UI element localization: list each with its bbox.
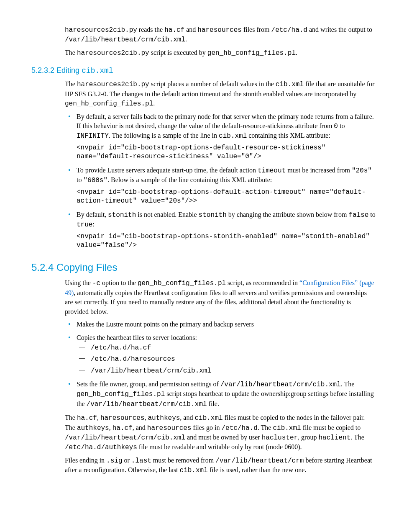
code-text: ha.cf bbox=[164, 26, 184, 34]
code-text: false bbox=[348, 211, 368, 219]
code-text: -c bbox=[92, 280, 100, 287]
code-text: haresources bbox=[197, 26, 242, 34]
code-text: haclient bbox=[318, 434, 350, 442]
code-text: /var/lib/heartbeat/crm/cib.xml bbox=[65, 36, 185, 44]
heading-524: 5.2.4 Copying Files bbox=[31, 260, 376, 275]
list-item: By default, stonith is not enabled. Enab… bbox=[65, 210, 376, 250]
section-524-paragraph-1: Using the -c option to the gen_hb_config… bbox=[65, 278, 376, 316]
code-text: "600s" bbox=[83, 177, 107, 184]
list-item: To provide Lustre servers adequate start… bbox=[65, 166, 376, 206]
code-text: haresources2cib.py bbox=[77, 49, 149, 57]
code-text: gen_hb_config_files.pl bbox=[207, 49, 296, 57]
section-524-paragraph-2: The ha.cf, haresources, authkeys, and ci… bbox=[65, 413, 376, 452]
code-text: ha.cf bbox=[77, 414, 97, 422]
code-text: cib.xml bbox=[180, 467, 208, 474]
code-text: gen_hb_config_files.pl bbox=[65, 100, 153, 108]
code-text: /var/lib/heartbeat/crm/cib.xml bbox=[65, 434, 185, 442]
code-block: <nvpair id="cib-bootstrap-options-defaul… bbox=[77, 188, 376, 206]
code-text: /var/lib/heartbeat/crm bbox=[215, 457, 304, 465]
code-text: .sig bbox=[106, 457, 122, 465]
bullet-list-5232: By default, a server fails back to the p… bbox=[65, 112, 376, 250]
bullet-list-524: Makes the Lustre mount points on the pri… bbox=[65, 320, 376, 409]
code-text: cib.xml bbox=[276, 81, 304, 88]
code-text: hacluster bbox=[262, 434, 298, 442]
code-text: /var/lib/heartbeat/crm/cib.xml bbox=[87, 401, 207, 408]
code-text: gen_hb_config_files.pl bbox=[77, 391, 165, 398]
code-text: stonith bbox=[199, 211, 227, 219]
code-text: haresources2cib.py bbox=[77, 81, 149, 88]
code-text: /etc/ha.d/haresources bbox=[91, 355, 175, 363]
code-text: /etc/ha.d bbox=[271, 26, 307, 34]
code-text: cib.xml bbox=[194, 414, 223, 422]
code-text: /etc/ha.d bbox=[221, 424, 257, 432]
code-text: haresources2cib.py bbox=[65, 26, 137, 34]
intro-paragraph-1: haresources2cib.py reads the ha.cf and h… bbox=[65, 25, 376, 45]
code-block: <nvpair id="cib-bootstrap-options-stonit… bbox=[77, 232, 376, 250]
dash-list: /etc/ha.d/ha.cf /etc/ha.d/haresources /v… bbox=[77, 343, 376, 375]
code-text: /etc/ha.d/ha.cf bbox=[91, 344, 151, 352]
code-text: true bbox=[77, 221, 92, 229]
list-item: By default, a server fails back to the p… bbox=[65, 112, 376, 162]
code-text: 0 bbox=[334, 123, 338, 130]
code-text: .last bbox=[131, 457, 151, 465]
code-text: cib.xml bbox=[82, 67, 113, 75]
list-item: /etc/ha.d/ha.cf bbox=[77, 343, 376, 352]
list-item: Makes the Lustre mount points on the pri… bbox=[65, 320, 376, 329]
section-524-paragraph-3: Files ending in .sig or .last must be re… bbox=[65, 456, 376, 475]
section-5232-paragraph: The haresources2cib.py script places a n… bbox=[65, 80, 376, 108]
page-content: haresources2cib.py reads the ha.cf and h… bbox=[65, 25, 376, 475]
code-text: authkeys bbox=[77, 424, 109, 432]
list-item: /etc/ha.d/haresources bbox=[77, 354, 376, 364]
code-text: haresources bbox=[100, 414, 145, 422]
code-text: gen_hb_config_files.pl bbox=[138, 280, 226, 287]
list-item: Sets the file owner, group, and permissi… bbox=[65, 380, 376, 409]
code-text: stonith bbox=[108, 211, 136, 219]
code-text: /etc/ha.d/authkeys bbox=[65, 444, 137, 451]
code-text: /var/lib/heartbeat/crm/cib.xml bbox=[91, 367, 211, 375]
code-text: haresources bbox=[147, 424, 192, 432]
list-item: /var/lib/heartbeat/crm/cib.xml bbox=[77, 366, 376, 375]
code-text: "20s" bbox=[352, 167, 372, 175]
heading-5232: 5.2.3.2 Editing cib.xml bbox=[31, 65, 376, 76]
code-text: timeout bbox=[258, 167, 286, 175]
code-block: <nvpair id="cib-bootstrap-options-defaul… bbox=[77, 144, 376, 162]
code-text: cib.xml bbox=[273, 424, 301, 432]
code-text: cib.xml bbox=[219, 132, 247, 140]
code-text: ha.cf bbox=[113, 424, 133, 432]
code-text: authkeys bbox=[148, 414, 180, 422]
code-text: INFINITY bbox=[77, 132, 109, 140]
intro-paragraph-2: The haresources2cib.py script is execute… bbox=[65, 48, 376, 58]
code-text: /var/lib/heartbeat/crm/cib.xml bbox=[220, 381, 341, 388]
list-item: Copies the heartbeat files to server loc… bbox=[65, 333, 376, 375]
